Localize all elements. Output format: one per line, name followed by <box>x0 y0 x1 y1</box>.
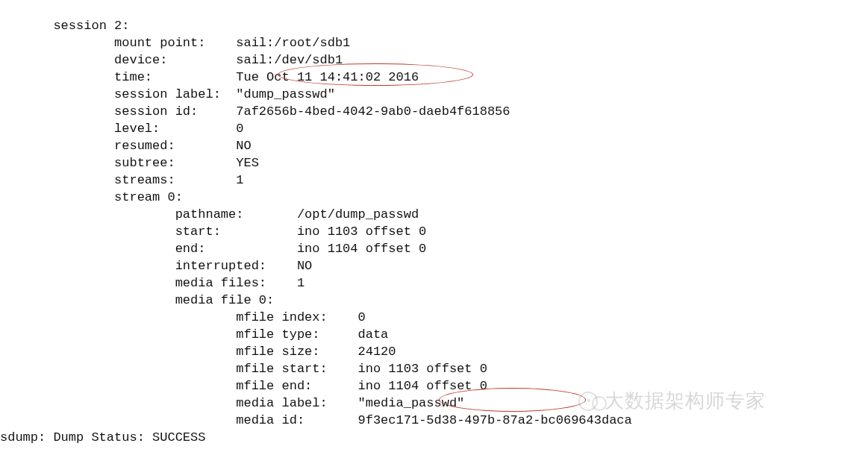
row-resumed: resumed: NO <box>0 139 252 153</box>
row-time: time: Tue Oct 11 14:41:02 2016 <box>0 70 419 84</box>
status-line: sdump: Dump Status: SUCCESS <box>0 430 205 445</box>
row-session-label: session label: "dump_passwd" <box>0 87 335 101</box>
row-media-id: media id: 9f3ec171-5d38-497b-87a2-bc0696… <box>0 413 632 427</box>
session-header: session 2: <box>0 19 129 33</box>
row-pathname: pathname: /opt/dump_passwd <box>0 207 419 222</box>
row-mount-point: mount point: sail:/root/sdb1 <box>0 36 350 50</box>
row-session-id: session id: 7af2656b-4bed-4042-9ab0-daeb… <box>0 104 511 119</box>
row-subtree: subtree: YES <box>0 156 259 170</box>
row-mfile-index: mfile index: 0 <box>0 310 366 324</box>
row-mfile-start: mfile start: ino 1103 offset 0 <box>0 362 487 376</box>
row-mfile-type: mfile type: data <box>0 327 388 342</box>
row-mfile-size: mfile size: 24120 <box>0 345 396 359</box>
row-mfile-end: mfile end: ino 1104 offset 0 <box>0 379 487 393</box>
terminal-output: session 2: mount point: sail:/root/sdb1 … <box>0 0 868 446</box>
row-media-files: media files: 1 <box>0 276 305 290</box>
row-device: device: sail:/dev/sdb1 <box>0 53 343 67</box>
row-media-label: media label: "media_passwd" <box>0 396 464 410</box>
row-stream-end: end: ino 1104 offset 0 <box>0 242 426 256</box>
row-streams: streams: 1 <box>0 173 243 187</box>
media-file0-header: media file 0: <box>0 293 274 307</box>
row-interrupted: interrupted: NO <box>0 259 312 273</box>
row-level: level: 0 <box>0 122 243 136</box>
stream0-header: stream 0: <box>0 190 183 204</box>
row-stream-start: start: ino 1103 offset 0 <box>0 224 426 239</box>
